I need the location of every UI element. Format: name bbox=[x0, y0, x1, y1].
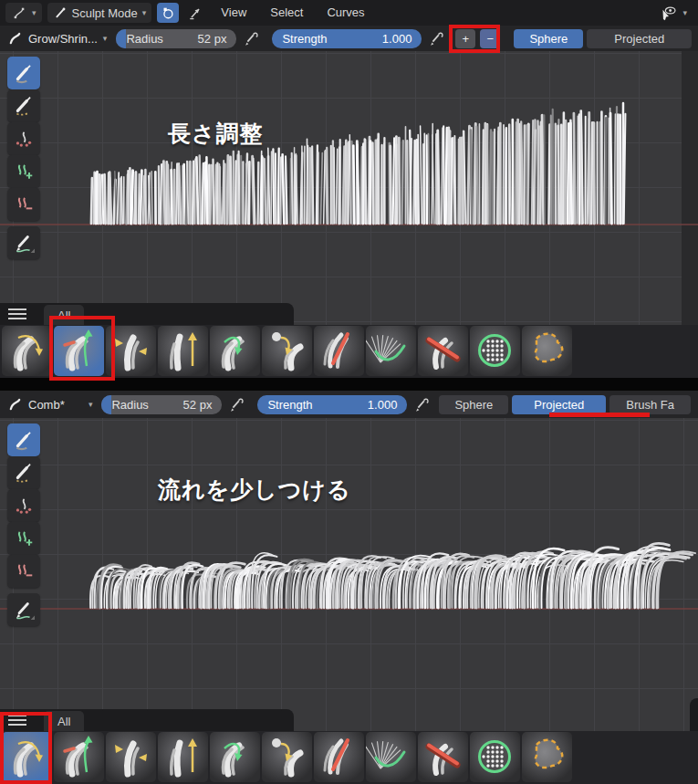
comb-brush-icon bbox=[13, 429, 35, 451]
add-brush-icon bbox=[13, 528, 35, 549]
top-viewport: 長さ調整 All bbox=[0, 51, 698, 325]
brush-thumb-grab[interactable] bbox=[262, 326, 312, 376]
chevron-down-icon: ▾ bbox=[142, 9, 147, 17]
cursor-arrow-toggle[interactable] bbox=[184, 3, 206, 23]
brush-preview-icon bbox=[7, 397, 23, 413]
strength-pressure-button[interactable] bbox=[412, 394, 432, 414]
falloff-sphere-button[interactable]: Sphere bbox=[439, 395, 508, 414]
draw-brush-icon bbox=[13, 599, 35, 621]
hair-strands-combed bbox=[0, 418, 698, 731]
brush-thumb-delete[interactable] bbox=[314, 732, 364, 782]
brush-asset-shelf bbox=[0, 325, 698, 378]
tool-button-comb-brush[interactable] bbox=[7, 423, 40, 456]
sculpt-mode-icon bbox=[53, 5, 68, 20]
brush-thumb-grab[interactable] bbox=[262, 732, 312, 782]
tool-button-add-brush[interactable] bbox=[7, 155, 40, 188]
shelf-tab-all[interactable]: All bbox=[44, 711, 84, 731]
brush-thumb-grow-shrink-image bbox=[54, 732, 104, 782]
brush-thumb-select[interactable] bbox=[522, 732, 572, 782]
radius-slider[interactable]: Radius 52 px bbox=[116, 29, 236, 48]
tool-button-density-brush[interactable] bbox=[7, 489, 40, 522]
brush-thumb-comb[interactable] bbox=[2, 732, 52, 782]
brush-thumb-density[interactable] bbox=[470, 732, 520, 782]
shelf-menu-button[interactable] bbox=[0, 709, 35, 731]
brush-falloff-label: Brush Fa bbox=[626, 398, 674, 412]
brush-thumb-density[interactable] bbox=[470, 326, 520, 376]
brush-thumb-comb[interactable] bbox=[2, 326, 52, 376]
comb-brush-icon bbox=[13, 62, 35, 84]
shelf-menu-button[interactable] bbox=[0, 303, 35, 325]
strength-slider[interactable]: Strength 1.000 bbox=[257, 395, 407, 414]
tool-button-draw-brush[interactable] bbox=[7, 226, 40, 259]
circle-select-toggle[interactable] bbox=[157, 3, 179, 23]
stylus-pressure-icon bbox=[228, 396, 245, 413]
tool-button-smooth-brush[interactable] bbox=[7, 89, 40, 122]
eye-visibility-icon bbox=[660, 5, 678, 21]
brush-preview-icon bbox=[7, 31, 23, 47]
tool-button-draw-brush[interactable] bbox=[7, 593, 40, 626]
stylus-pressure-icon bbox=[428, 30, 444, 47]
brush-falloff-button[interactable]: Brush Fa bbox=[609, 395, 691, 414]
top-menubar: ▾ Sculpt Mode ▾ View Select Curves bbox=[0, 0, 698, 26]
tool-button-density-brush[interactable] bbox=[7, 122, 40, 155]
brush-thumb-cut[interactable] bbox=[418, 732, 468, 782]
strength-pressure-button[interactable] bbox=[426, 28, 446, 48]
falloff-projected-button[interactable]: Projected bbox=[587, 29, 692, 48]
bottom-tool-settings: Comb* ▾ Radius 52 px Strength 1.000 Sphe… bbox=[0, 391, 698, 418]
falloff-sphere-button[interactable]: Sphere bbox=[514, 29, 583, 48]
brush-thumb-cut[interactable] bbox=[418, 326, 468, 376]
editor-type-button[interactable]: ▾ bbox=[5, 3, 42, 23]
radius-pressure-button[interactable] bbox=[226, 394, 246, 414]
menu-select[interactable]: Select bbox=[261, 0, 312, 26]
mode-dropdown[interactable]: Sculpt Mode ▾ bbox=[47, 3, 152, 23]
brush-thumb-puff[interactable] bbox=[158, 732, 208, 782]
brush-thumb-grow-shrink[interactable] bbox=[54, 326, 104, 376]
radius-slider[interactable]: Radius 52 px bbox=[101, 395, 222, 414]
brush-thumb-slide[interactable] bbox=[366, 732, 416, 782]
brush-thumb-smooth[interactable] bbox=[210, 326, 260, 376]
brush-thumb-pinch[interactable] bbox=[106, 732, 156, 782]
density-brush-icon bbox=[13, 495, 35, 517]
viewport-corner bbox=[690, 698, 698, 731]
sphere-label: Sphere bbox=[529, 32, 568, 46]
brush-thumb-comb-image bbox=[2, 732, 52, 782]
brush-thumb-slide[interactable] bbox=[366, 326, 416, 376]
brush-thumb-smooth-image bbox=[210, 732, 260, 782]
brush-selector[interactable]: Grow/Shrin... ▾ bbox=[7, 31, 107, 47]
brush-thumb-puff[interactable] bbox=[158, 326, 208, 376]
section-separator bbox=[0, 378, 698, 391]
radius-increase-button[interactable]: + bbox=[455, 29, 475, 48]
brush-thumb-pinch-image bbox=[106, 326, 156, 376]
strength-slider[interactable]: Strength 1.000 bbox=[272, 29, 422, 48]
projected-label: Projected bbox=[614, 32, 664, 46]
brush-selector[interactable]: Comb* ▾ bbox=[7, 397, 92, 413]
tool-button-comb-brush[interactable] bbox=[7, 57, 40, 89]
cursor-arrow-icon bbox=[187, 5, 203, 21]
projected-label: Projected bbox=[534, 398, 584, 412]
tool-button-smooth-brush[interactable] bbox=[7, 456, 40, 489]
annotation-note: 長さ調整 bbox=[168, 119, 264, 149]
shelf-tab-label: All bbox=[57, 715, 70, 728]
menu-view[interactable]: View bbox=[212, 0, 255, 26]
brush-thumb-delete-image bbox=[314, 326, 364, 376]
brush-thumb-density-image bbox=[470, 326, 520, 376]
bottom-viewport: 流れを少しつける All bbox=[0, 418, 698, 731]
visibility-dropdown[interactable]: ▾ bbox=[654, 3, 693, 23]
brush-thumb-smooth[interactable] bbox=[210, 732, 260, 782]
radius-pressure-button[interactable] bbox=[241, 28, 261, 48]
brush-thumb-pinch[interactable] bbox=[106, 326, 156, 376]
falloff-projected-button[interactable]: Projected bbox=[512, 395, 606, 414]
brush-thumb-delete[interactable] bbox=[314, 326, 364, 376]
annotation-note: 流れを少しつける bbox=[158, 475, 351, 505]
strength-label: Strength bbox=[282, 32, 327, 46]
shelf-tab-all[interactable]: All bbox=[44, 305, 84, 325]
tool-button-delete-brush[interactable] bbox=[7, 555, 40, 588]
curves-editor-icon bbox=[11, 5, 27, 21]
brush-thumb-grow-shrink[interactable] bbox=[54, 732, 104, 782]
menu-curves[interactable]: Curves bbox=[318, 0, 373, 26]
tool-button-delete-brush[interactable] bbox=[7, 188, 40, 221]
radius-decrease-button[interactable]: − bbox=[480, 29, 500, 48]
brush-thumb-select[interactable] bbox=[522, 326, 572, 376]
plus-label: + bbox=[463, 32, 470, 46]
tool-button-add-brush[interactable] bbox=[7, 522, 40, 555]
